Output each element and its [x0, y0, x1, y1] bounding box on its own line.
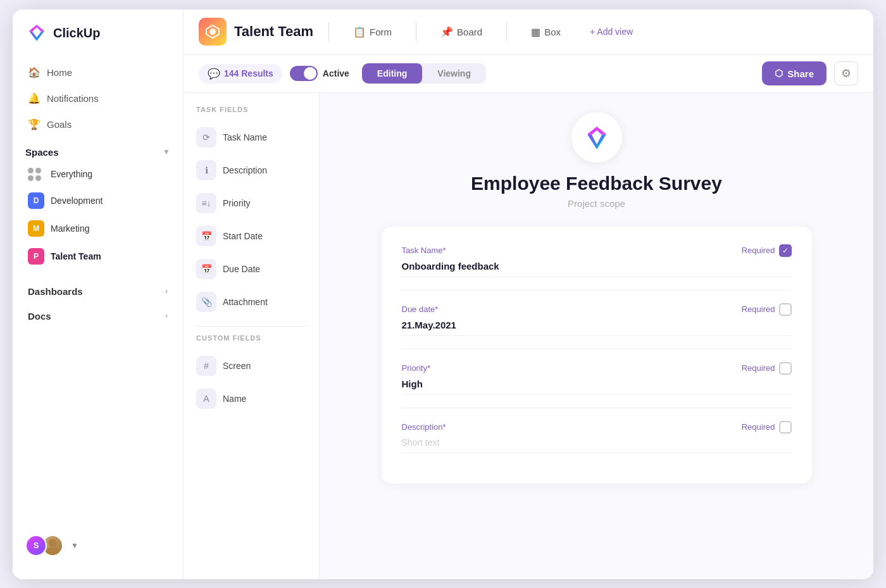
form-field-task-name-value[interactable]: Onboarding feedback	[402, 261, 792, 277]
form-subtitle: Project scope	[568, 198, 625, 209]
trophy-icon: 🏆	[28, 118, 41, 130]
active-toggle[interactable]	[290, 66, 318, 81]
spaces-list: Everything D Development M Marketing P T…	[13, 163, 183, 270]
required-checkbox-task-name[interactable]: ✓	[779, 244, 792, 257]
form-field-due-date-label: Due date* Required	[402, 303, 792, 316]
field-start-date[interactable]: 📅 Start Date	[184, 220, 319, 253]
svg-point-4	[209, 28, 216, 35]
results-badge[interactable]: 💬 144 Results	[199, 64, 282, 84]
editing-btn[interactable]: Editing	[362, 63, 422, 84]
svg-marker-6	[587, 134, 606, 149]
form-icon: 📋	[353, 26, 366, 38]
sidebar-item-talent-team[interactable]: P Talent Team	[20, 243, 175, 270]
clickup-logo-icon	[25, 22, 48, 45]
form-card: Task Name* Required ✓ Onboarding feedbac…	[382, 227, 812, 484]
development-label: Development	[51, 196, 103, 206]
talent-team-badge: P	[28, 248, 44, 265]
start-date-icon: 📅	[196, 226, 216, 246]
svg-point-2	[49, 539, 56, 546]
docs-label: Docs	[28, 311, 51, 322]
form-preview: Employee Feedback Survey Project scope T…	[320, 93, 873, 579]
due-date-icon: 📅	[196, 259, 216, 279]
field-attachment[interactable]: 📎 Attachment	[184, 285, 319, 318]
active-label: Active	[323, 68, 349, 78]
avatar-group: S	[25, 535, 63, 556]
box-label: Box	[544, 27, 561, 37]
form-field-priority: Priority* Required High	[402, 362, 792, 395]
attachment-icon: 📎	[196, 292, 216, 312]
task-name-icon: ⟳	[196, 127, 216, 147]
settings-button[interactable]: ⚙	[834, 61, 858, 85]
priority-label: Priority	[223, 198, 251, 208]
dashboards-label: Dashboards	[28, 286, 83, 297]
attachment-label: Attachment	[223, 297, 268, 307]
sidebar-item-docs[interactable]: Docs ›	[20, 304, 175, 328]
svg-marker-0	[29, 25, 44, 32]
tab-form[interactable]: 📋 Form	[344, 22, 401, 42]
viewing-btn[interactable]: Viewing	[422, 63, 486, 84]
sidebar-item-everything[interactable]: Everything	[20, 163, 175, 186]
sidebar-item-home[interactable]: 🏠 Home	[20, 60, 175, 85]
description-label: Description	[223, 165, 267, 175]
separator-1	[402, 290, 792, 291]
sidebar-item-notifications[interactable]: 🔔 Notifications	[20, 86, 175, 111]
field-description[interactable]: ℹ Description	[184, 154, 319, 187]
screen-label: Screen	[223, 361, 251, 371]
form-field-description-placeholder[interactable]: Short text	[402, 437, 792, 453]
form-label: Form	[370, 27, 392, 37]
chevron-down-icon: ▼	[71, 541, 78, 550]
sidebar-item-goals[interactable]: 🏆 Goals	[20, 112, 175, 137]
edit-view-toggle: Editing Viewing	[362, 63, 486, 84]
required-container-priority: Required	[742, 362, 792, 375]
sidebar-item-notifications-label: Notifications	[47, 93, 99, 104]
form-field-description: Description* Required Short text	[402, 421, 792, 453]
share-icon: ⬡	[775, 68, 783, 79]
docs-chevron-icon: ›	[165, 311, 168, 320]
form-field-description-label: Description* Required	[402, 421, 792, 434]
app-window: ClickUp 🏠 Home 🔔 Notifications 🏆 Goals S…	[13, 9, 873, 579]
space-header: Talent Team	[199, 18, 313, 46]
fields-panel: TASK FIELDS ⟳ Task Name ℹ Description ≡↓…	[184, 93, 320, 579]
box-icon: ▦	[531, 26, 540, 38]
tab-board[interactable]: 📌 Board	[432, 22, 491, 42]
form-field-due-date-value[interactable]: 21.May.2021	[402, 320, 792, 336]
required-text-description: Required	[742, 422, 775, 432]
required-checkbox-due-date[interactable]	[779, 303, 792, 316]
chat-icon: 💬	[208, 68, 220, 80]
sidebar-logo: ClickUp	[13, 22, 183, 60]
required-text-due-date: Required	[742, 304, 775, 314]
main-area: Talent Team 📋 Form 📌 Board ▦ Box + Add v…	[184, 9, 873, 579]
start-date-label: Start Date	[223, 231, 263, 241]
sidebar-item-marketing[interactable]: M Marketing	[20, 215, 175, 242]
form-field-priority-value[interactable]: High	[402, 378, 792, 395]
field-name[interactable]: A Name	[184, 382, 319, 415]
top-bar-divider	[328, 22, 329, 41]
toolbar: 💬 144 Results Active Editing Viewing ⬡ S…	[184, 55, 873, 93]
form-field-priority-label: Priority* Required	[402, 362, 792, 375]
development-badge: D	[28, 192, 44, 209]
sidebar-item-dashboards[interactable]: Dashboards ›	[20, 280, 175, 303]
toggle-knob	[304, 67, 316, 80]
field-priority[interactable]: ≡↓ Priority	[184, 187, 319, 220]
required-checkbox-description[interactable]	[779, 421, 792, 434]
form-title: Employee Feedback Survey	[471, 173, 722, 194]
field-task-name[interactable]: ⟳ Task Name	[184, 121, 319, 154]
spaces-header[interactable]: Spaces ▼	[13, 137, 183, 163]
field-due-date[interactable]: 📅 Due Date	[184, 253, 319, 285]
dashboards-chevron-icon: ›	[165, 287, 168, 296]
separator-2	[402, 349, 792, 349]
add-view-button[interactable]: + Add view	[582, 23, 640, 41]
required-checkbox-priority[interactable]	[779, 362, 792, 375]
spaces-label: Spaces	[25, 147, 59, 158]
field-screen[interactable]: # Screen	[184, 349, 319, 382]
avatar-s: S	[25, 535, 47, 556]
priority-icon: ≡↓	[196, 193, 216, 213]
required-text-priority: Required	[742, 363, 775, 373]
form-field-task-name-label: Task Name* Required ✓	[402, 244, 792, 257]
sidebar-item-home-label: Home	[47, 67, 72, 78]
sidebar-nav: 🏠 Home 🔔 Notifications 🏆 Goals	[13, 60, 183, 137]
sidebar-item-development[interactable]: D Development	[20, 187, 175, 214]
share-button[interactable]: ⬡ Share	[762, 61, 827, 85]
due-date-label: Due Date	[223, 264, 260, 274]
tab-box[interactable]: ▦ Box	[522, 22, 570, 42]
